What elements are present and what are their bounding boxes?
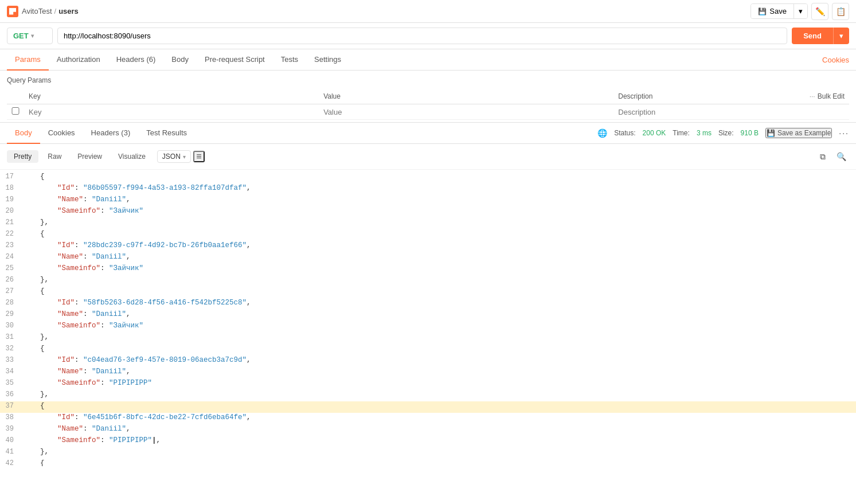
row-value[interactable] <box>319 104 613 120</box>
search-button[interactable]: 🔍 <box>833 149 849 165</box>
response-tabs-bar: Body Cookies Headers (3) Test Results 🌐 … <box>0 123 856 144</box>
time-value: 3 ms <box>697 129 712 137</box>
top-bar: AvitoTest / users 💾 Save ▾ ✏️ 📋 <box>0 0 856 23</box>
tab-params[interactable]: Params <box>7 49 49 71</box>
more-options-button[interactable]: ··· <box>839 128 849 138</box>
breadcrumb-app[interactable]: AvitoTest <box>22 7 52 15</box>
send-button[interactable]: Send <box>792 28 833 44</box>
top-bar-left: AvitoTest / users <box>7 6 79 17</box>
value-input[interactable] <box>323 108 609 116</box>
row-checkbox-input[interactable] <box>11 107 19 115</box>
line-number: 37 <box>0 402 23 410</box>
share-icon-button[interactable]: 📋 <box>832 3 849 20</box>
code-line: 21 }, <box>0 218 856 229</box>
filter-icon-button[interactable]: ≡ <box>193 151 205 162</box>
resp-tab-cookies[interactable]: Cookies <box>40 123 83 144</box>
json-format-label: JSON <box>162 153 181 161</box>
resp-tab-body[interactable]: Body <box>7 123 40 144</box>
resp-tab-test-results[interactable]: Test Results <box>138 123 195 144</box>
line-number: 21 <box>0 218 23 226</box>
code-line: 23 "Id": "28bdc239-c97f-4d92-bc7b-26fb0a… <box>0 241 856 252</box>
bulk-edit-button[interactable]: ··· Bulk Edit <box>810 92 845 100</box>
save-button[interactable]: 💾 Save <box>751 4 794 18</box>
size-label: Size: <box>718 129 734 137</box>
line-content: { <box>23 230 856 238</box>
save-label: Save <box>769 7 787 15</box>
line-number: 18 <box>0 184 23 192</box>
url-input[interactable] <box>57 28 787 44</box>
bulk-edit-label: Bulk Edit <box>818 92 845 100</box>
pretty-button[interactable]: Pretty <box>7 150 38 163</box>
code-line: 41 }, <box>0 447 856 459</box>
line-content: "Name": "Daniil", <box>23 368 856 376</box>
tab-pre-request[interactable]: Pre-request Script <box>197 49 273 71</box>
code-line: 40 "Sameinfo": "PIPIPIPP"|, <box>0 436 856 447</box>
json-dropdown-icon: ▾ <box>183 154 186 160</box>
query-params-title: Query Params <box>7 76 849 84</box>
save-dropdown-button[interactable]: ▾ <box>794 4 807 18</box>
edit-icon-button[interactable]: ✏️ <box>811 3 828 20</box>
breadcrumb: AvitoTest / users <box>22 7 79 15</box>
row-checkbox <box>7 104 24 120</box>
line-number: 27 <box>0 287 23 295</box>
row-desc[interactable] <box>613 104 849 120</box>
line-number: 22 <box>0 230 23 238</box>
code-line: 26 }, <box>0 275 856 287</box>
line-number: 28 <box>0 299 23 307</box>
line-number: 31 <box>0 333 23 341</box>
code-line: 38 "Id": "6e451b6f-8bfc-42dc-be22-7cfd6e… <box>0 413 856 424</box>
line-number: 20 <box>0 207 23 215</box>
tab-settings[interactable]: Settings <box>306 49 349 71</box>
tab-headers[interactable]: Headers (6) <box>108 49 164 71</box>
code-line: 31 }, <box>0 333 856 344</box>
line-content: "Sameinfo": "Зайчик" <box>23 264 856 272</box>
tab-tests[interactable]: Tests <box>273 49 306 71</box>
preview-button[interactable]: Preview <box>71 150 109 163</box>
params-table: Key Value Description ··· Bulk Edit <box>7 89 849 120</box>
code-line: 18 "Id": "86b05597-f994-4a53-a193-82ffa1… <box>0 183 856 195</box>
line-number: 39 <box>0 425 23 433</box>
top-bar-right: 💾 Save ▾ ✏️ 📋 <box>751 3 849 20</box>
th-checkbox <box>7 89 24 104</box>
send-dropdown-button[interactable]: ▾ <box>833 28 849 44</box>
code-line: 36 }, <box>0 390 856 401</box>
json-format-dropdown[interactable]: JSON ▾ <box>157 150 191 163</box>
raw-button[interactable]: Raw <box>41 150 68 163</box>
line-number: 34 <box>0 368 23 376</box>
th-desc-label: Description <box>618 92 652 100</box>
key-input[interactable] <box>29 108 314 116</box>
status-value: 200 OK <box>643 129 666 137</box>
line-number: 40 <box>0 436 23 444</box>
line-number: 19 <box>0 196 23 204</box>
status-label: Status: <box>614 129 635 137</box>
method-select[interactable]: GET ▾ <box>7 28 53 44</box>
line-number: 42 <box>0 459 23 466</box>
tab-body[interactable]: Body <box>163 49 197 71</box>
copy-button[interactable]: ⧉ <box>815 149 831 165</box>
cookies-link[interactable]: Cookies <box>822 56 849 64</box>
code-area[interactable]: 17 {18 "Id": "86b05597-f994-4a53-a193-82… <box>0 170 856 466</box>
line-content: "Id": "6e451b6f-8bfc-42dc-be22-7cfd6eba6… <box>23 413 856 421</box>
line-content: "Sameinfo": "Зайчик" <box>23 322 856 330</box>
request-tabs: Params Authorization Headers (6) Body Pr… <box>0 49 856 71</box>
line-content: }, <box>23 333 856 341</box>
code-line: 19 "Name": "Daniil", <box>0 195 856 206</box>
th-key: Key <box>24 89 319 104</box>
tab-authorization[interactable]: Authorization <box>49 49 108 71</box>
th-description: Description ··· Bulk Edit <box>613 89 849 104</box>
send-btn-group: Send ▾ <box>792 28 849 44</box>
app-icon <box>7 6 18 17</box>
desc-input[interactable] <box>618 108 845 116</box>
visualize-button[interactable]: Visualize <box>111 150 153 163</box>
resp-tab-headers[interactable]: Headers (3) <box>83 123 139 144</box>
line-content: { <box>23 287 856 295</box>
bulk-edit-dots: ··· <box>810 92 815 100</box>
response-area: Body Cookies Headers (3) Test Results 🌐 … <box>0 123 856 466</box>
line-number: 30 <box>0 322 23 330</box>
table-row <box>7 104 849 120</box>
save-example-button[interactable]: 💾 Save as Example <box>765 128 832 138</box>
url-bar: GET ▾ Send ▾ <box>0 23 856 49</box>
row-key[interactable] <box>24 104 319 120</box>
code-line: 33 "Id": "c04ead76-3ef9-457e-8019-06aecb… <box>0 355 856 367</box>
line-content: "Id": "c04ead76-3ef9-457e-8019-06aecb3a7… <box>23 356 856 364</box>
